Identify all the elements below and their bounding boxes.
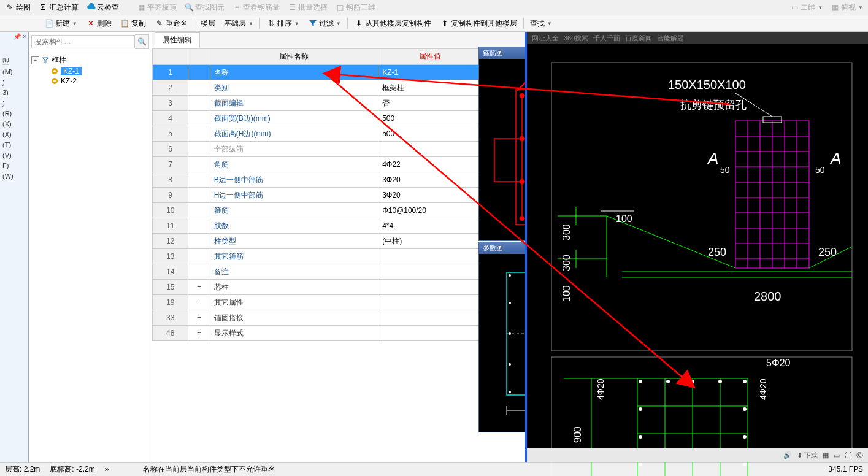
speaker-icon[interactable]: 🔊 — [783, 451, 792, 459]
check-steel-button[interactable]: ≡查看钢筋量 — [229, 1, 282, 14]
property-value[interactable]: 4*4 — [378, 218, 482, 234]
rename-button[interactable]: ✎重命名 — [151, 17, 191, 30]
sigma-button[interactable]: Σ汇总计算 — [36, 1, 81, 14]
tree-item-kz2[interactable]: KZ-2 — [31, 76, 149, 86]
property-row[interactable]: 8 B边一侧中部筋 3Φ20 — [153, 172, 525, 188]
property-value[interactable]: 框架柱 — [378, 80, 482, 96]
browser-tab[interactable]: 百度新闻 — [625, 34, 652, 43]
align-top-button[interactable]: ▦平齐板顶 — [134, 1, 179, 14]
property-row[interactable]: 14 备注 — [153, 264, 525, 280]
dock-item[interactable]: (V) — [2, 150, 28, 161]
property-value[interactable]: 4Φ22 — [378, 157, 482, 172]
property-row[interactable]: 3 截面编辑 否 — [153, 96, 525, 111]
property-value[interactable]: 500 — [378, 126, 482, 142]
copy-button[interactable]: 📋复制 — [117, 17, 150, 30]
property-row[interactable]: 33 + 锚固搭接 — [153, 310, 525, 326]
cloud-check-button[interactable]: 云检查 — [83, 1, 121, 14]
svg-point-38 — [509, 332, 511, 335]
download-button[interactable]: ⬇ 下载 — [797, 451, 818, 460]
property-grid[interactable]: 属性名称 属性值 附加 1 名称 KZ-1 2 类别 框架柱 3 截面编辑 否 … — [152, 48, 525, 462]
property-value[interactable]: 500 — [378, 111, 482, 126]
expand-icon[interactable]: ⛶ — [845, 451, 851, 459]
dim-100b: 100 — [561, 285, 572, 302]
property-row[interactable]: 11 肢数 4*4 — [153, 218, 525, 234]
property-row[interactable]: 13 其它箍筋 — [153, 249, 525, 264]
pin-icon[interactable]: 📌 — [13, 33, 21, 40]
property-value[interactable] — [378, 326, 482, 341]
find-element-button[interactable]: 🔍查找图元 — [182, 1, 227, 14]
property-row[interactable]: 7 角筋 4Φ22 — [153, 157, 525, 172]
dock-item[interactable]: F) — [2, 161, 28, 171]
batch-select-button[interactable]: ☰批量选择 — [285, 1, 330, 14]
expand-cell[interactable]: + — [188, 326, 210, 341]
phone-icon[interactable]: ▭ — [834, 451, 840, 459]
property-value[interactable] — [378, 264, 482, 280]
dock-item[interactable]: (W) — [2, 171, 28, 182]
property-value[interactable]: KZ-1 — [378, 65, 482, 80]
dock-item[interactable]: (X) — [2, 129, 28, 140]
property-row[interactable]: 5 截面高(H边)(mm) 500 — [153, 126, 525, 142]
property-row[interactable]: 12 柱类型 (中柱) — [153, 234, 525, 249]
property-row[interactable]: 9 H边一侧中部筋 3Φ20 — [153, 188, 525, 203]
grid-icon[interactable]: ▦ — [823, 451, 829, 459]
copy-from-floor-button[interactable]: ⬇从其他楼层复制构件 — [350, 17, 435, 30]
sort-button[interactable]: ⇅排序▼ — [263, 17, 303, 30]
browser-tab[interactable]: 网址大全 — [532, 34, 559, 43]
find-button[interactable]: 查找▼ — [526, 17, 556, 30]
property-row[interactable]: 2 类别 框架柱 — [153, 80, 525, 96]
dock-item[interactable]: (X) — [2, 119, 28, 129]
percent-icon[interactable]: Ⓠ — [856, 451, 863, 460]
property-row[interactable]: 4 截面宽(B边)(mm) 500 — [153, 111, 525, 126]
search-input[interactable] — [31, 35, 135, 48]
property-value[interactable]: 3Φ20 — [378, 172, 482, 188]
component-tree[interactable]: − 框柱 KZ-1 KZ-2 — [29, 52, 152, 462]
dock-item[interactable]: 3) — [2, 88, 28, 98]
baselayer-dropdown[interactable]: 基础层▼ — [220, 17, 257, 30]
property-value[interactable]: 否 — [378, 96, 482, 111]
property-value[interactable]: Φ10@100/20 — [378, 203, 482, 218]
property-row[interactable]: 15 + 芯柱 — [153, 280, 525, 295]
dock-item[interactable]: ) — [2, 77, 28, 88]
property-value[interactable]: (中柱) — [378, 234, 482, 249]
expand-cell[interactable]: + — [188, 280, 210, 295]
property-row[interactable]: 1 名称 KZ-1 — [153, 65, 525, 80]
tree-root[interactable]: − 框柱 — [31, 55, 149, 66]
dock-item[interactable]: (M) — [2, 67, 28, 77]
property-value[interactable] — [378, 295, 482, 310]
topview-button[interactable]: ▦俯视▼ — [828, 1, 866, 14]
filter-button[interactable]: 过滤▼ — [304, 17, 345, 30]
copy-to-floor-button[interactable]: ⬆复制构件到其他楼层 — [436, 17, 521, 30]
expand-cell[interactable]: + — [188, 295, 210, 310]
close-icon[interactable]: ✕ — [22, 33, 27, 40]
property-value[interactable]: 3Φ20 — [378, 188, 482, 203]
tree-item-kz1[interactable]: KZ-1 — [31, 66, 149, 76]
property-row[interactable]: 48 + 显示样式 — [153, 326, 525, 341]
expand-cell[interactable]: + — [188, 310, 210, 326]
tab-property-edit[interactable]: 属性编辑 — [155, 32, 200, 48]
draw-button[interactable]: ✎绘图 — [2, 1, 33, 14]
cad-viewer[interactable]: 网址大全 360搜索 千人千面 百度新闻 智能解题 — [525, 32, 868, 462]
status-more-icon[interactable]: » — [105, 465, 109, 474]
dock-item[interactable]: ) — [2, 98, 28, 109]
property-value[interactable] — [378, 310, 482, 326]
property-row[interactable]: 10 箍筋 Φ10@100/20 — [153, 203, 525, 218]
collapse-icon[interactable]: − — [31, 56, 39, 64]
dock-item[interactable]: (T) — [2, 140, 28, 150]
dock-item[interactable]: (R) — [2, 109, 28, 119]
dim-100: 100 — [616, 213, 632, 224]
row-number: 33 — [153, 310, 188, 326]
delete-button[interactable]: ✕删除 — [82, 17, 115, 30]
dock-item[interactable]: 型 — [2, 56, 28, 67]
property-row[interactable]: 19 + 其它属性 — [153, 295, 525, 310]
property-row[interactable]: 6 全部纵筋 — [153, 142, 525, 157]
property-value[interactable] — [378, 142, 482, 157]
property-value[interactable] — [378, 280, 482, 295]
new-button[interactable]: 📄新建▼ — [40, 17, 81, 30]
2d-button[interactable]: ▭二维▼ — [787, 1, 825, 14]
property-value[interactable] — [378, 249, 482, 264]
steel-3d-button[interactable]: ◫钢筋三维 — [332, 1, 378, 14]
browser-tab[interactable]: 360搜索 — [564, 34, 588, 43]
browser-tab[interactable]: 智能解题 — [657, 34, 684, 43]
search-button[interactable]: 🔍 — [135, 34, 149, 49]
browser-tab[interactable]: 千人千面 — [593, 34, 620, 43]
